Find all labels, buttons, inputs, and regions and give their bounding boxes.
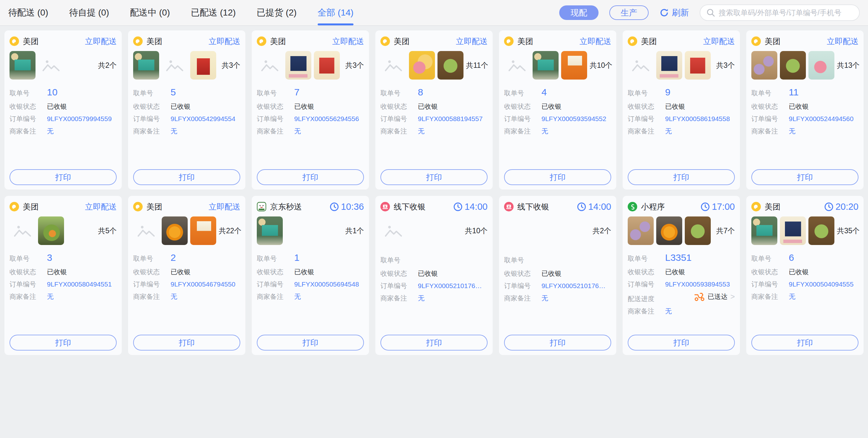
order-card[interactable]: 美团 立即配送 共13个 取单号11收银状态已收银订单编号9LFYX000524…: [746, 30, 864, 190]
cashier-status-value: 已收银: [789, 102, 809, 111]
merchant-note-value[interactable]: 无: [418, 127, 425, 136]
field-label: 订单编号: [628, 280, 665, 289]
print-button[interactable]: 打印: [628, 335, 735, 350]
merchant-note-value[interactable]: 无: [541, 127, 548, 136]
order-card[interactable]: 线下收银 14:00 共10个 取单号收银状态已收银订单编号9LFYX00052…: [375, 196, 493, 355]
search-input[interactable]: [719, 8, 854, 17]
tab-0[interactable]: 待配送 (0): [8, 0, 48, 25]
merchant-note-value[interactable]: 无: [47, 292, 54, 301]
order-card[interactable]: 美团 立即配送 共3个 取单号9收银状态已收银订单编号9LFYX00058619…: [623, 30, 740, 190]
order-card[interactable]: 美团 20:20 共35个 取单号6收银状态已收银订单编号9LFYX000504…: [746, 196, 864, 355]
field-row-pickup: 取单号9: [628, 87, 735, 98]
field-label: 商家备注: [504, 127, 541, 136]
card-header-right: 立即配送: [209, 201, 240, 212]
field-row-plain: 收银状态已收银: [9, 268, 117, 276]
dispatch-now-button[interactable]: 现配: [559, 5, 598, 20]
merchant-note-value[interactable]: 无: [170, 292, 177, 301]
print-button[interactable]: 打印: [133, 335, 240, 350]
print-button[interactable]: 打印: [504, 169, 611, 185]
order-card[interactable]: 美团 立即配送 共3个 取单号5收银状态已收银订单编号9LFYX00054299…: [128, 30, 245, 190]
merchant-note-value[interactable]: 无: [665, 307, 672, 316]
print-button[interactable]: 打印: [380, 169, 488, 185]
order-number-link[interactable]: 9LFYX000588194557: [418, 115, 483, 123]
order-number-link[interactable]: 9LFYX000580494551: [47, 280, 112, 288]
order-number-link[interactable]: 9LFYX000586194558: [665, 115, 730, 123]
order-number-link[interactable]: 9LFYX0005210176207...: [418, 282, 485, 290]
order-number-link[interactable]: 9LFYX000593594552: [541, 115, 606, 123]
platform-name: 小程序: [641, 201, 665, 212]
card-header-right: 10:36: [330, 201, 364, 212]
print-button[interactable]: 打印: [380, 335, 488, 350]
field-label: 商家备注: [628, 127, 665, 136]
field-row-link: 订单编号9LFYX000593594552: [504, 115, 611, 123]
refresh-button[interactable]: 刷新: [659, 7, 689, 19]
order-number-link[interactable]: 9LFYX000504094555: [789, 280, 854, 288]
deliver-now-label: 立即配送: [332, 36, 364, 46]
field-label: 商家备注: [257, 292, 294, 301]
order-card[interactable]: 小程序 17:00 共7个 取单号L3351收银状态已收银订单编号9LFYX00…: [623, 196, 740, 355]
search-box[interactable]: [700, 4, 860, 21]
item-count: 共2个: [98, 61, 117, 70]
tab-4[interactable]: 已提货 (2): [257, 0, 297, 25]
merchant-note-value[interactable]: 无: [47, 127, 54, 136]
order-number-link[interactable]: 9LFYX000579994559: [47, 115, 112, 123]
order-number-link[interactable]: 9LFYX000556294556: [294, 115, 359, 123]
tab-3[interactable]: 已配送 (12): [191, 0, 236, 25]
tab-5-active[interactable]: 全部 (14): [318, 0, 354, 25]
cashier-status-value: 已收银: [170, 268, 190, 276]
image-placeholder-icon: [384, 58, 403, 72]
product-thumbnail-greenmochi: [38, 216, 64, 245]
field-label: 收银状态: [751, 102, 789, 111]
meituan-icon: [628, 36, 637, 46]
merchant-note-value[interactable]: 无: [789, 292, 796, 301]
field-row-note: 商家备注无: [628, 307, 735, 316]
order-number-link[interactable]: 9LFYX000593894553: [665, 280, 730, 288]
print-button[interactable]: 打印: [751, 169, 859, 185]
product-thumbnail-redbox: [314, 51, 340, 80]
merchant-note-value[interactable]: 无: [541, 294, 548, 303]
merchant-note-value[interactable]: 无: [665, 127, 672, 136]
order-number-link[interactable]: 9LFYX000505694548: [294, 280, 359, 288]
merchant-note-value[interactable]: 无: [418, 294, 425, 303]
order-card[interactable]: 美团 立即配送 共2个 取单号10收银状态已收银订单编号9LFYX0005799…: [4, 30, 122, 190]
print-button[interactable]: 打印: [751, 335, 859, 350]
field-row-link: 订单编号9LFYX000546794550: [133, 280, 240, 289]
order-card[interactable]: 美团 立即配送 共11个 取单号8收银状态已收银订单编号9LFYX0005881…: [375, 30, 493, 190]
merchant-note-value[interactable]: 无: [294, 127, 301, 136]
print-button[interactable]: 打印: [257, 169, 364, 185]
field-label: 订单编号: [751, 115, 789, 123]
print-button[interactable]: 打印: [628, 169, 735, 185]
tab-1[interactable]: 待自提 (0): [69, 0, 109, 25]
field-row-plain: 收银状态已收银: [133, 268, 240, 276]
print-button[interactable]: 打印: [9, 335, 117, 350]
merchant-note-value[interactable]: 无: [789, 127, 796, 136]
order-card[interactable]: 线下收银 14:00 共2个 取单号收银状态已收银订单编号9LFYX000521…: [499, 196, 616, 355]
order-number-link[interactable]: 9LFYX000546794550: [170, 280, 235, 288]
print-button[interactable]: 打印: [257, 335, 364, 350]
print-button[interactable]: 打印: [504, 335, 611, 350]
order-card[interactable]: 京东秒送 10:36 共1个 取单号1收银状态已收银订单编号9LFYX00050…: [252, 196, 369, 355]
order-card[interactable]: 美团 立即配送 共22个 取单号2收银状态已收银订单编号9LFYX0005467…: [128, 196, 245, 355]
order-card[interactable]: 美团 立即配送 共3个 取单号7收银状态已收银订单编号9LFYX00055629…: [252, 30, 369, 190]
print-button[interactable]: 打印: [9, 169, 117, 185]
order-number-link[interactable]: 9LFYX0005210176207...: [541, 282, 608, 290]
production-button[interactable]: 生产: [609, 5, 649, 20]
rider-icon: [694, 292, 705, 301]
field-label: 取单号: [257, 254, 294, 263]
print-button[interactable]: 打印: [133, 169, 240, 185]
item-count: 共3个: [345, 61, 364, 70]
order-card[interactable]: 美团 立即配送 共5个 取单号3收银状态已收银订单编号9LFYX00058049…: [4, 196, 122, 355]
item-count: 共10个: [590, 61, 613, 70]
merchant-note-value[interactable]: 无: [170, 127, 177, 136]
merchant-note-value[interactable]: 无: [294, 292, 301, 301]
delivery-progress-value[interactable]: 已送达>: [694, 292, 735, 301]
field-label: 商家备注: [9, 127, 47, 136]
deliver-now-label: 立即配送: [827, 36, 859, 46]
tab-2[interactable]: 配送中 (0): [130, 0, 170, 25]
order-card[interactable]: 美团 立即配送 共10个 取单号4收银状态已收银订单编号9LFYX0005935…: [499, 30, 616, 190]
order-number-link[interactable]: 9LFYX000542994554: [170, 115, 235, 123]
image-placeholder-icon: [631, 58, 650, 72]
field-row-note: 商家备注无: [9, 127, 117, 136]
card-header: 美团 立即配送: [133, 35, 240, 48]
order-number-link[interactable]: 9LFYX000524494560: [789, 115, 854, 123]
